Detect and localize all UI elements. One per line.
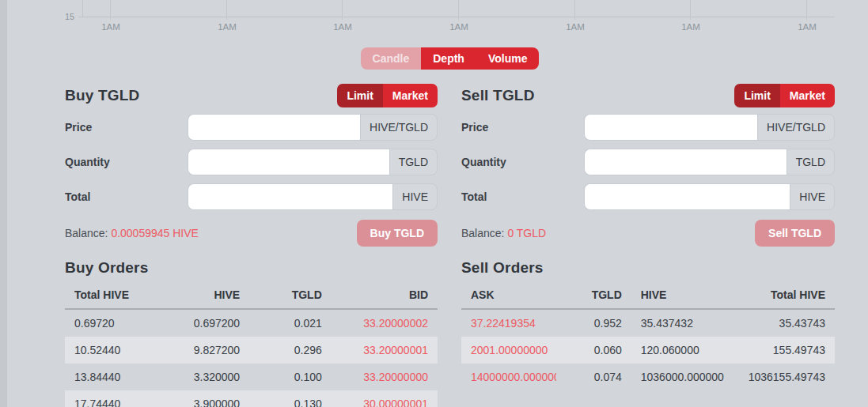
sell-limit-button[interactable]: Limit	[734, 84, 779, 107]
x-axis-tick-label: 1AM	[101, 22, 120, 32]
buy-order-type-toggle: Limit Market	[337, 84, 438, 107]
hive-cell: 35.437432	[631, 309, 736, 337]
ask-price-cell: 14000000.00000000	[461, 364, 556, 390]
buy-price-label: Price	[65, 121, 188, 134]
hive-cell: 120.060000	[631, 337, 736, 364]
tgld-cell: 0.296	[249, 337, 332, 364]
buy-price-unit: HIVE/TGLD	[360, 114, 438, 141]
chart-view-toggle: Candle Depth Volume	[65, 47, 835, 70]
bid-price-cell: 33.20000001	[332, 337, 438, 364]
tgld-cell: 0.100	[249, 364, 332, 390]
tgld-cell: 0.021	[249, 309, 332, 337]
buy-order-row: 10.52440 9.827200 0.296 33.20000001	[65, 337, 438, 364]
bid-price-cell: 33.20000000	[332, 364, 438, 390]
buy-total-label: Total	[65, 190, 188, 203]
ask-price-cell: 37.22419354	[461, 309, 556, 337]
total-hive-cell: 13.84440	[65, 364, 158, 390]
axis-tick	[226, 0, 227, 20]
column-header: Total HIVE	[736, 281, 835, 309]
sell-panel: Sell TGLD Limit Market Price HIVE/TGLD Q…	[461, 84, 835, 407]
depth-view-button[interactable]: Depth	[421, 47, 476, 70]
x-axis-tick-label: 1AM	[798, 22, 817, 32]
sell-orders-title: Sell Orders	[461, 259, 835, 277]
total-hive-cell: 155.49743	[736, 337, 835, 364]
sell-order-type-toggle: Limit Market	[734, 84, 835, 107]
sell-balance: Balance: 0 TGLD	[461, 227, 546, 239]
y-axis-tick-label: 15	[65, 12, 74, 21]
buy-orders-table: Total HIVE HIVE TGLD BID 0.69720 0.69720…	[65, 281, 438, 407]
column-header: HIVE	[158, 281, 249, 309]
sell-order-row: 14000000.00000000 0.074 1036000.000000 1…	[461, 364, 835, 390]
sell-balance-value: 0 TGLD	[507, 227, 546, 239]
axis-tick	[342, 0, 343, 20]
axis-gridline	[82, 0, 83, 17]
buy-limit-button[interactable]: Limit	[337, 84, 382, 107]
tgld-cell: 0.952	[556, 309, 631, 337]
buy-balance-label: Balance:	[65, 227, 108, 239]
sell-quantity-unit: TGLD	[787, 149, 835, 175]
sell-market-button[interactable]: Market	[780, 84, 835, 107]
column-header: TGLD	[556, 281, 631, 309]
buy-total-input[interactable]	[188, 183, 392, 210]
buy-market-button[interactable]: Market	[383, 84, 438, 107]
hive-cell: 3.900000	[158, 390, 249, 407]
x-axis-tick-label: 1AM	[566, 22, 585, 32]
x-axis-tick-label: 1AM	[218, 22, 237, 32]
x-axis-tick-label: 1AM	[333, 22, 352, 32]
axis-tick	[458, 0, 459, 20]
tgld-cell: 0.130	[249, 390, 332, 407]
column-header: HIVE	[631, 281, 736, 309]
total-hive-cell: 35.43743	[736, 309, 835, 337]
sell-orders-table: ASK TGLD HIVE Total HIVE 37.22419354 0.9…	[461, 281, 835, 390]
buy-orders-header-row: Total HIVE HIVE TGLD BID	[65, 281, 438, 309]
sell-total-input[interactable]	[584, 183, 790, 210]
x-axis-tick-label: 1AM	[681, 22, 700, 32]
sell-balance-label: Balance:	[461, 227, 504, 239]
x-axis-line	[78, 17, 835, 17]
buy-quantity-unit: TGLD	[389, 149, 438, 175]
price-chart-axis: 15 1AM 1AM 1AM 1AM 1AM 1AM 1AM	[65, 0, 835, 35]
axis-tick	[690, 0, 691, 20]
buy-balance: Balance: 0.00059945 HIVE	[65, 227, 199, 239]
window-edge	[0, 0, 7, 407]
bid-price-cell: 33.20000002	[332, 309, 438, 337]
hive-cell: 3.320000	[158, 364, 249, 390]
x-axis-tick-label: 1AM	[449, 22, 468, 32]
sell-order-row: 37.22419354 0.952 35.437432 35.43743	[461, 309, 835, 337]
buy-quantity-label: Quantity	[65, 156, 188, 168]
sell-quantity-label: Quantity	[461, 156, 584, 168]
sell-title: Sell TGLD	[461, 87, 535, 104]
buy-order-row: 17.74440 3.900000 0.130 30.00000001	[65, 390, 438, 407]
buy-title: Buy TGLD	[65, 87, 140, 104]
buy-submit-button[interactable]: Buy TGLD	[357, 220, 438, 247]
column-header: Total HIVE	[65, 281, 158, 309]
total-hive-cell: 1036155.49743	[736, 364, 835, 390]
buy-panel: Buy TGLD Limit Market Price HIVE/TGLD Qu…	[65, 84, 438, 407]
ask-price-cell: 2001.00000000	[461, 337, 556, 364]
buy-total-unit: HIVE	[392, 183, 438, 210]
total-hive-cell: 0.69720	[65, 309, 158, 337]
buy-orders-title: Buy Orders	[65, 259, 438, 277]
hive-cell: 9.827200	[158, 337, 249, 364]
sell-orders-header-row: ASK TGLD HIVE Total HIVE	[461, 281, 835, 309]
buy-balance-value: 0.00059945 HIVE	[111, 227, 199, 239]
volume-view-button[interactable]: Volume	[476, 47, 540, 70]
axis-tick	[110, 0, 111, 20]
axis-tick	[806, 0, 807, 20]
tgld-cell: 0.060	[556, 337, 631, 364]
hive-cell: 0.697200	[158, 309, 249, 337]
bid-price-cell: 30.00000001	[332, 390, 438, 407]
column-header: ASK	[461, 281, 556, 309]
sell-price-label: Price	[461, 121, 584, 134]
buy-quantity-input[interactable]	[188, 149, 389, 175]
sell-price-input[interactable]	[584, 114, 757, 141]
total-hive-cell: 17.74440	[65, 390, 158, 407]
sell-total-label: Total	[461, 190, 584, 203]
candle-view-button[interactable]: Candle	[361, 47, 422, 70]
sell-submit-button[interactable]: Sell TGLD	[755, 220, 835, 247]
buy-price-input[interactable]	[188, 114, 360, 141]
sell-quantity-input[interactable]	[584, 149, 787, 175]
sell-order-row: 2001.00000000 0.060 120.060000 155.49743	[461, 337, 835, 364]
tgld-cell: 0.074	[556, 364, 631, 390]
axis-tick	[574, 0, 575, 20]
